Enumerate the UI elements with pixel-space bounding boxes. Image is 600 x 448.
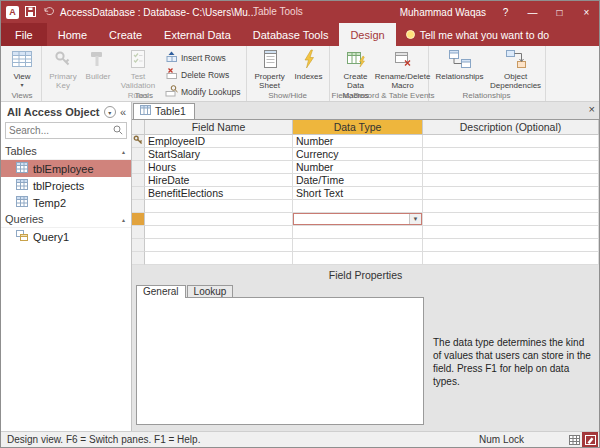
document-tab-table1[interactable]: Table1 [133, 103, 195, 119]
current-field-row[interactable]: ▼ [132, 213, 599, 226]
shutter-bar-close-button[interactable]: « [120, 106, 126, 118]
empty-field-row[interactable] [132, 239, 599, 252]
field-name-cell[interactable]: EmployeeID [145, 135, 293, 148]
row-selector-primary-key[interactable] [132, 135, 145, 148]
row-selector[interactable] [132, 200, 145, 213]
column-header-field-name[interactable]: Field Name [145, 120, 293, 135]
builder-label: Builder [86, 72, 111, 81]
empty-field-row[interactable] [132, 226, 599, 239]
combo-dropdown-button[interactable]: ▼ [409, 214, 421, 224]
nav-item-tblEmployee[interactable]: tblEmployee [1, 160, 131, 177]
row-selector[interactable] [132, 239, 145, 252]
description-cell[interactable] [423, 148, 599, 161]
data-type-combobox[interactable]: ▼ [293, 213, 422, 225]
delete-rows-button[interactable]: Delete Rows [163, 67, 243, 83]
primary-key-button[interactable]: Primary Key [45, 48, 81, 92]
field-name-cell[interactable] [145, 226, 293, 239]
data-type-cell[interactable]: Currency [293, 148, 423, 161]
object-dependencies-button[interactable]: Object Dependencies [490, 48, 542, 92]
column-header-data-type[interactable]: Data Type [293, 120, 423, 135]
search-input[interactable] [9, 125, 113, 136]
row-selector[interactable] [132, 174, 145, 187]
field-name-cell[interactable] [145, 239, 293, 252]
query-icon [16, 230, 28, 243]
nav-item-Temp2[interactable]: Temp2 [1, 194, 131, 211]
user-name[interactable]: Muhammad Waqas [400, 7, 486, 18]
empty-field-row[interactable] [132, 200, 599, 213]
tell-me-box[interactable]: Tell me what you want to do [396, 23, 560, 46]
save-icon[interactable] [25, 6, 36, 19]
data-type-cell[interactable]: Date/Time [293, 174, 423, 187]
view-button[interactable]: View ▾ [6, 48, 38, 89]
property-grid[interactable] [136, 297, 424, 425]
empty-field-row[interactable] [132, 252, 599, 265]
close-button[interactable]: × [579, 7, 594, 18]
tab-general[interactable]: General [136, 285, 186, 298]
field-name-cell[interactable]: StartSalary [145, 148, 293, 161]
data-type-cell[interactable] [293, 252, 423, 265]
description-cell[interactable] [423, 135, 599, 148]
insert-rows-button[interactable]: Insert Rows [163, 50, 243, 66]
indexes-button[interactable]: Indexes [292, 48, 326, 82]
tab-create[interactable]: Create [98, 23, 153, 46]
description-cell[interactable] [423, 187, 599, 200]
tab-external-data[interactable]: External Data [153, 23, 242, 46]
property-sheet-button[interactable]: Property Sheet [250, 48, 290, 92]
data-type-cell-active[interactable]: ▼ [293, 213, 423, 226]
builder-button[interactable]: Builder [83, 48, 113, 82]
description-cell[interactable] [423, 213, 599, 226]
description-cell[interactable] [423, 226, 599, 239]
description-cell[interactable] [423, 174, 599, 187]
row-selector[interactable] [132, 148, 145, 161]
table-icon [140, 105, 151, 117]
row-selector-header [132, 120, 145, 135]
data-type-cell[interactable] [293, 239, 423, 252]
nav-search-box[interactable] [5, 122, 127, 139]
rename-delete-macro-button[interactable]: Rename/Delete Macro [381, 48, 425, 92]
undo-icon[interactable] [42, 6, 54, 18]
close-document-icon[interactable]: × [589, 104, 595, 115]
field-row-hiredate[interactable]: HireDate Date/Time [132, 174, 599, 187]
data-type-cell[interactable]: Number [293, 135, 423, 148]
data-type-cell[interactable]: Short Text [293, 187, 423, 200]
access-app-icon[interactable]: A [6, 6, 19, 19]
field-name-cell[interactable]: BenefitElections [145, 187, 293, 200]
design-view-button[interactable] [582, 432, 598, 448]
data-type-cell[interactable] [293, 226, 423, 239]
description-cell[interactable] [423, 161, 599, 174]
row-selector[interactable] [132, 252, 145, 265]
field-name-cell[interactable] [145, 200, 293, 213]
nav-group-tables[interactable]: Tables ▴ [1, 143, 131, 160]
row-selector[interactable] [132, 161, 145, 174]
nav-group-queries[interactable]: Queries ▴ [1, 211, 131, 228]
tab-database-tools[interactable]: Database Tools [242, 23, 340, 46]
field-name-cell[interactable]: Hours [145, 161, 293, 174]
field-name-cell[interactable]: HireDate [145, 174, 293, 187]
field-name-cell[interactable] [145, 252, 293, 265]
description-cell[interactable] [423, 252, 599, 265]
nav-item-tblProjects[interactable]: tblProjects [1, 177, 131, 194]
tab-home[interactable]: Home [47, 23, 98, 46]
data-type-cell[interactable]: Number [293, 161, 423, 174]
tab-design[interactable]: Design [339, 23, 395, 46]
field-row-hours[interactable]: Hours Number [132, 161, 599, 174]
column-header-description[interactable]: Description (Optional) [423, 120, 599, 135]
field-row-startsalary[interactable]: StartSalary Currency [132, 148, 599, 161]
row-selector[interactable] [132, 187, 145, 200]
relationships-button[interactable]: Relationships [432, 48, 488, 82]
maximize-button[interactable]: □ [552, 7, 567, 18]
field-row-employeeid[interactable]: EmployeeID Number [132, 135, 599, 148]
current-row-selector[interactable] [132, 213, 145, 226]
field-name-cell-active[interactable] [145, 213, 293, 226]
nav-item-Query1[interactable]: Query1 [1, 228, 131, 245]
data-type-cell[interactable] [293, 200, 423, 213]
nav-pane-menu-button[interactable]: ▾ [104, 106, 116, 118]
datasheet-view-button[interactable] [566, 432, 582, 448]
help-button[interactable]: ? [498, 7, 513, 18]
field-row-benefitelections[interactable]: BenefitElections Short Text [132, 187, 599, 200]
row-selector[interactable] [132, 226, 145, 239]
tab-file[interactable]: File [1, 23, 47, 46]
minimize-button[interactable]: — [525, 7, 540, 18]
description-cell[interactable] [423, 239, 599, 252]
description-cell[interactable] [423, 200, 599, 213]
